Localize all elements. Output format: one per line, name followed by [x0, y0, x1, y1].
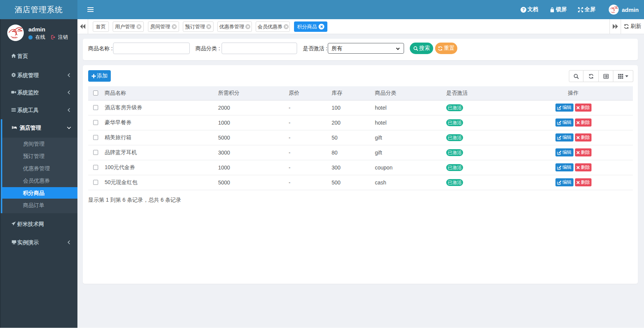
svg-text:?: ? [522, 7, 525, 12]
